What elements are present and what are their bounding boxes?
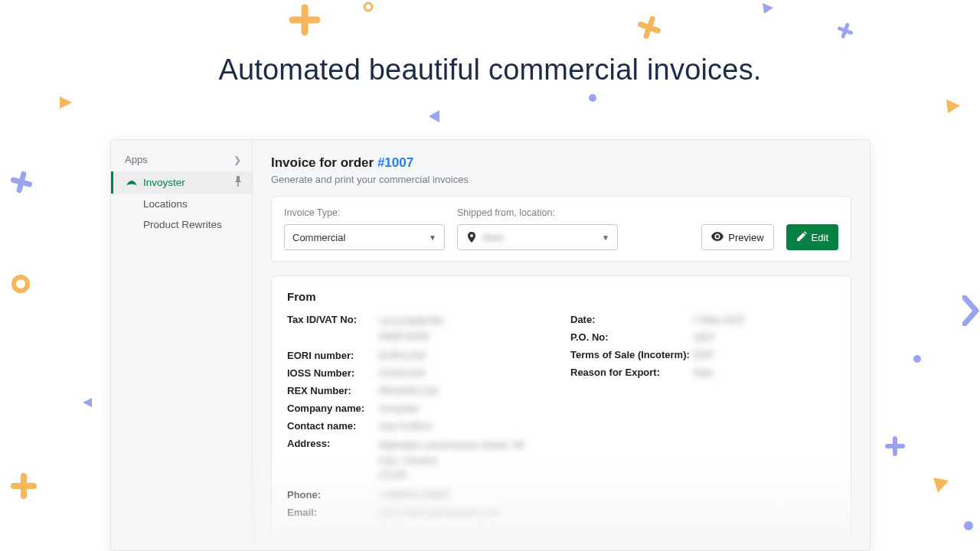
value-rex: REX0001234	[379, 385, 438, 396]
circle-decoration	[361, 0, 375, 14]
app-frame: Apps ❯ Invoyster Locations Product Rewri…	[110, 139, 871, 551]
from-card: From Tax ID/VAT No:UA123456789000874529 …	[271, 276, 851, 550]
sidebar-item-label: Locations	[143, 198, 188, 210]
sidebar: Apps ❯ Invoyster Locations Product Rewri…	[111, 140, 253, 550]
label-contact: Contact name:	[287, 420, 379, 432]
sidebar-item-product-rewrites[interactable]: Product Rewrites	[111, 214, 252, 235]
label-address: Address:	[287, 438, 379, 449]
label-incoterm: Terms of Sale (Incoterm):	[570, 349, 693, 360]
edit-button-label: Edit	[812, 232, 828, 243]
triangle-decoration	[930, 474, 950, 494]
triangle-decoration	[57, 93, 74, 110]
location-select[interactable]: Main ▼	[457, 224, 618, 250]
edit-button[interactable]: Edit	[786, 224, 838, 250]
hero-title: Automated beautiful commercial invoices.	[0, 54, 980, 86]
order-link[interactable]: #1007	[377, 155, 413, 170]
page-subtitle: Generate and print your commercial invoi…	[271, 174, 851, 185]
value-tax-id: UA123456789000874529	[379, 314, 443, 344]
triangle-decoration	[426, 107, 443, 124]
plus-decoration	[838, 23, 853, 38]
triangle-decoration	[943, 96, 962, 115]
app-icon	[125, 178, 139, 188]
plus-decoration	[637, 15, 662, 40]
controls-panel: Invoice Type: Commercial ▼ Shipped from,…	[271, 196, 851, 262]
dot-decoration	[913, 354, 922, 364]
invoice-type-value: Commercial	[292, 232, 345, 243]
value-date: 2 May 2023	[693, 314, 745, 325]
invoice-type-label: Invoice Type:	[284, 207, 445, 218]
location-field: Shipped from, location: Main ▼	[457, 207, 618, 250]
svg-point-2	[14, 277, 28, 291]
label-phone: Phone:	[287, 489, 379, 500]
dot-decoration	[588, 93, 597, 103]
from-heading: From	[287, 290, 835, 303]
value-po: 1007	[693, 331, 715, 343]
dot-decoration	[963, 520, 974, 531]
sidebar-item-invoyster[interactable]: Invoyster	[111, 171, 252, 194]
value-contact: Ivan Kulikov	[379, 420, 433, 432]
plus-decoration	[288, 3, 322, 37]
page-title: Invoice for order #1007	[271, 155, 851, 171]
invoice-type-field: Invoice Type: Commercial ▼	[284, 207, 445, 250]
svg-point-4	[964, 521, 973, 530]
plus-decoration	[11, 473, 37, 499]
chevron-decoration	[962, 295, 979, 326]
svg-point-0	[364, 3, 372, 11]
label-reason: Reason for Export:	[570, 367, 693, 378]
preview-button[interactable]: Preview	[701, 224, 773, 250]
sidebar-item-label: Product Rewrites	[143, 219, 222, 230]
sidebar-item-label: Invoyster	[143, 177, 185, 188]
sidebar-item-locations[interactable]: Locations	[111, 194, 252, 214]
value-email: ivan.kulikov@example.com	[379, 507, 500, 518]
value-phone: +380501234567	[379, 489, 451, 500]
from-left-column: Tax ID/VAT No:UA123456789000874529 EORI …	[287, 314, 552, 524]
value-eori: EORI1234	[379, 350, 426, 361]
label-date: Date:	[570, 314, 693, 325]
from-right-column: Date:2 May 2023 P.O. No:1007 Terms of Sa…	[570, 314, 835, 524]
label-rex: REX Number:	[287, 385, 379, 396]
label-po: P.O. No:	[570, 331, 693, 343]
label-company: Company name:	[287, 403, 379, 414]
label-eori: EORI number:	[287, 350, 379, 361]
label-tax-id: Tax ID/VAT No:	[287, 314, 379, 325]
plus-decoration	[11, 171, 32, 193]
chevron-right-icon: ❯	[234, 155, 241, 165]
caret-down-icon: ▼	[602, 233, 609, 242]
pencil-icon	[796, 231, 807, 244]
sidebar-header[interactable]: Apps ❯	[111, 148, 252, 171]
plus-decoration	[885, 436, 905, 456]
triangle-decoration	[760, 0, 775, 15]
location-value: Main	[482, 232, 504, 243]
caret-down-icon: ▼	[429, 233, 436, 242]
label-ioss: IOSS Number:	[287, 367, 379, 379]
sidebar-header-label: Apps	[125, 154, 148, 165]
value-ioss: IOSS1234	[379, 367, 425, 379]
main-content: Invoice for order #1007 Generate and pri…	[253, 140, 870, 550]
value-reason: Sale	[693, 367, 713, 378]
location-pin-icon	[466, 231, 478, 243]
value-company: Invoyster	[379, 403, 420, 414]
svg-point-1	[589, 94, 596, 102]
invoice-type-select[interactable]: Commercial ▼	[284, 224, 445, 250]
circle-decoration	[9, 272, 32, 295]
page-title-prefix: Invoice for order	[271, 155, 377, 170]
value-address: Mykhaila Lomonosova Street, 58Kyiv, Ukra…	[379, 438, 524, 483]
pin-icon[interactable]	[234, 176, 243, 189]
label-email: Email:	[287, 507, 379, 518]
triangle-decoration	[80, 395, 93, 409]
location-label: Shipped from, location:	[457, 207, 618, 218]
svg-point-3	[913, 355, 921, 363]
preview-button-label: Preview	[728, 232, 763, 243]
eye-icon	[711, 232, 724, 243]
value-incoterm: DDP	[693, 349, 714, 360]
